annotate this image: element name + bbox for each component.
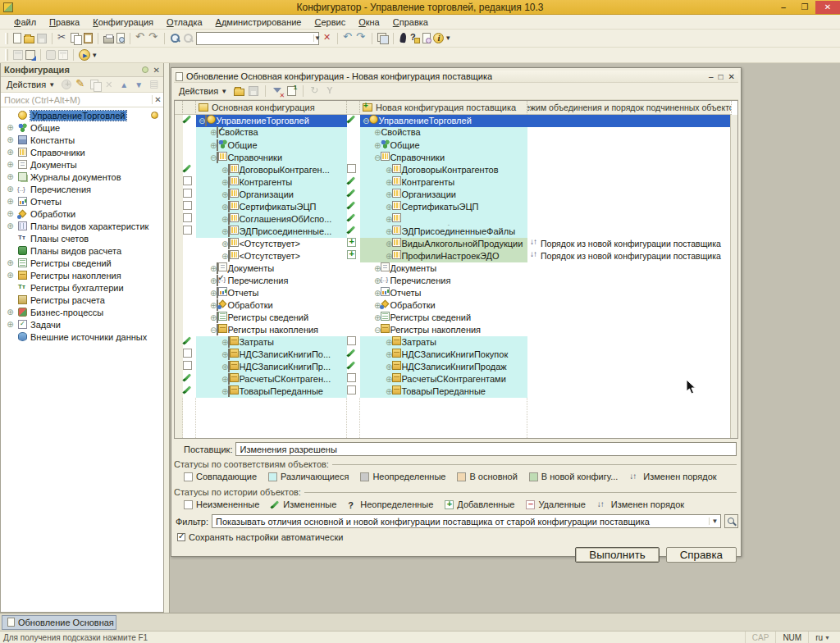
chevron-down-icon[interactable]: ▼	[313, 34, 321, 42]
new-object-cell[interactable]: ⊕ТоварыПереданные	[360, 385, 527, 398]
filter-value[interactable]	[212, 517, 709, 527]
pin-icon[interactable]	[142, 66, 148, 73]
dialog-actions-menu-button[interactable]: Действия▼	[176, 85, 230, 97]
menu-окна[interactable]: Окна	[353, 16, 386, 28]
vertical-scrollbar[interactable]	[730, 115, 737, 438]
undo-icon[interactable]	[135, 33, 146, 43]
supplier-field[interactable]	[236, 445, 736, 454]
main-object-cell[interactable]: ⊕Организации	[196, 189, 347, 201]
expand-icon[interactable]: ⊕	[6, 185, 15, 194]
new-config-header[interactable]: Новая конфигурация поставщика	[360, 101, 527, 115]
sidebar-item[interactable]: Внешние источники данных	[1, 331, 163, 343]
sidebar-item[interactable]: Планы счетов	[1, 232, 163, 244]
expand-icon[interactable]: ⊕	[6, 197, 15, 206]
comparison-row[interactable]: ⊕<Отсутствует>⊕ВидыАлкогольнойПродукцииП…	[175, 238, 730, 250]
merge-mode-cell[interactable]	[527, 152, 732, 164]
expand-icon[interactable]: ⊕	[6, 308, 15, 317]
expand-icon[interactable]: ⊕	[6, 271, 15, 280]
expand-icon[interactable]: ⊕	[386, 166, 392, 175]
new-object-cell[interactable]: ⊕ЭДПрисоединенныеФайлы	[360, 226, 527, 238]
main-object-cell[interactable]: ⊕РасчетыСКонтраген...	[196, 373, 347, 385]
expand-icon[interactable]: ⊕	[6, 148, 15, 157]
window-tab[interactable]: Обновление Основная кон...	[2, 615, 116, 630]
help-search-icon[interactable]	[409, 33, 420, 43]
new-object-cell[interactable]: ⊕Документы	[360, 262, 527, 275]
copy-icon[interactable]	[71, 33, 81, 43]
sidebar-item[interactable]: ⊕Перечисления	[1, 183, 163, 195]
merge-mode-cell[interactable]	[527, 176, 732, 189]
expand-icon[interactable]: ⊕	[386, 387, 392, 396]
comparison-row[interactable]: ⊕Свойства⊕Свойства	[175, 127, 730, 139]
new-object-cell[interactable]: ⊕Организации	[360, 189, 527, 201]
chevron-down-icon[interactable]: ▼	[709, 518, 720, 525]
comparison-row[interactable]: ⊕ЭДПрисоединенные...⊕ЭДПрисоединенныеФай…	[175, 226, 730, 238]
main-config-header[interactable]: Основная конфигурация	[196, 101, 347, 115]
comparison-row[interactable]: ⊕<Отсутствует>⊕ПрофилиНастроекЭДОПорядок…	[175, 250, 730, 262]
actions-menu-button[interactable]: Действия▼	[4, 79, 57, 90]
comparison-row[interactable]: ⊕Документы⊕Документы	[175, 262, 730, 275]
quick-search-input[interactable]	[197, 34, 313, 43]
expand-icon[interactable]: ⊕	[386, 363, 392, 372]
new-object-cell[interactable]: ⊕Отчеты	[360, 287, 527, 299]
comparison-row[interactable]: ⊕Общие⊕Общие	[175, 139, 730, 152]
find-icon[interactable]	[170, 33, 180, 43]
merge-mode-cell[interactable]	[527, 287, 732, 299]
merge-mode-header[interactable]: Режим объединения и порядок подчиненных …	[527, 101, 732, 115]
expand-icon[interactable]: ⊕	[374, 264, 381, 273]
expand-icon[interactable]: ⊕	[374, 289, 381, 298]
new-object-cell[interactable]: ⊕НДСЗаписиКнигиПродаж	[360, 361, 527, 373]
sidebar-item[interactable]: ⊕Журналы документов	[1, 171, 163, 183]
expand-icon[interactable]: ⊕	[374, 141, 381, 150]
expand-icon[interactable]: ⊕	[386, 203, 392, 212]
new-object-cell[interactable]: ⊕Обработки	[360, 299, 527, 312]
up-icon[interactable]	[120, 80, 130, 90]
merge-mode-cell[interactable]	[527, 164, 732, 176]
main-object-cell[interactable]: ⊖Справочники	[196, 152, 347, 164]
menu-конфигурация[interactable]: Конфигурация	[87, 16, 159, 28]
expand-icon[interactable]: ⊕	[374, 313, 381, 322]
merge-mode-cell[interactable]	[527, 299, 732, 312]
sidebar-item[interactable]: ⊕Обработки	[1, 207, 163, 220]
new-object-cell[interactable]: ⊕ПрофилиНастроекЭДО	[360, 250, 527, 262]
merge-mode-cell[interactable]	[527, 201, 732, 213]
new-object-cell[interactable]: ⊕РасчетыСКонтрагентами	[360, 373, 527, 385]
sidebar-item[interactable]: ⊕Задачи	[1, 318, 163, 331]
open-icon[interactable]	[24, 36, 34, 43]
expand-icon[interactable]: ⊕	[386, 178, 392, 187]
expand-icon[interactable]: ⊕	[386, 215, 392, 224]
new-object-cell[interactable]: ⊕НДСЗаписиКнигиПокупок	[360, 349, 527, 361]
comparison-row[interactable]: ⊕Регистры сведений⊕Регистры сведений	[175, 312, 730, 324]
main-object-cell[interactable]: ⊖Регистры накопления	[196, 324, 347, 336]
merge-mode-cell[interactable]	[527, 324, 732, 336]
menu-правка[interactable]: Правка	[43, 16, 85, 28]
more-icon[interactable]	[93, 50, 99, 61]
comparison-row[interactable]: ⊕СоглашенияОбИспо...⊕СоглашенияОбИспольз…	[175, 213, 730, 226]
merge-mode-cell[interactable]	[527, 312, 732, 324]
main-object-cell[interactable]: ⊕ТоварыПереданные	[196, 385, 347, 398]
merge-mode-cell[interactable]	[527, 373, 732, 385]
comparison-row[interactable]: ⊕Перечисления⊕Перечисления	[175, 275, 730, 287]
merge-mode-cell[interactable]	[527, 115, 732, 127]
expand-icon[interactable]: ⊕	[6, 221, 15, 230]
run-debug-icon[interactable]	[79, 49, 90, 61]
new-object-cell[interactable]: ⊕ДоговорыКонтрагентов	[360, 164, 527, 176]
main-object-cell[interactable]: ⊕Контрагенты	[196, 176, 347, 189]
collapse-icon[interactable]: ⊖	[374, 326, 381, 335]
expand-icon[interactable]: ⊕	[6, 123, 15, 132]
merge-mode-cell[interactable]	[527, 361, 732, 373]
filter-icon[interactable]	[272, 86, 283, 97]
sidebar-item[interactable]: ⊕Справочники	[1, 146, 163, 158]
filter-combobox[interactable]: ▼	[212, 514, 721, 528]
new-icon[interactable]	[13, 33, 21, 43]
toolbar-grip[interactable]	[5, 33, 8, 44]
expand-icon[interactable]: ⊕	[386, 350, 392, 359]
restore-button[interactable]	[794, 1, 815, 14]
comparison-row[interactable]: ⊕НДСЗаписиКнигиПр...⊕НДСЗаписиКнигиПрода…	[175, 361, 730, 373]
expand-icon[interactable]: ⊕	[6, 135, 15, 144]
close-button[interactable]	[815, 1, 840, 14]
main-object-cell[interactable]: ⊕СертификатыЭЦП	[196, 201, 347, 213]
merge-mode-cell[interactable]	[527, 385, 732, 398]
menu-справка[interactable]: Справка	[387, 16, 434, 28]
expand-icon[interactable]: ⊕	[6, 160, 15, 169]
comparison-row[interactable]: ⊕РасчетыСКонтраген...⊕РасчетыСКонтрагент…	[175, 373, 730, 385]
